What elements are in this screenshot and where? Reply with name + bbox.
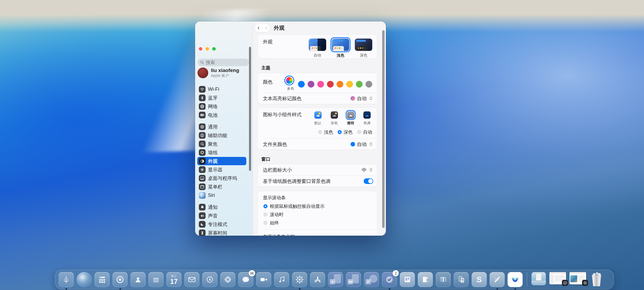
sidebar-item-desktop-dock[interactable]: 桌面与程序坞	[197, 174, 246, 182]
sidebar-item-label: 电池	[208, 112, 218, 118]
finder-icon	[59, 272, 74, 287]
radio-light-mode[interactable]: 浅色	[318, 129, 333, 135]
swatch-orange[interactable]	[337, 81, 343, 88]
dock-item-music[interactable]	[274, 272, 289, 287]
sidebar-scrollbar[interactable]	[249, 47, 251, 171]
dock-item-trello[interactable]	[400, 272, 415, 287]
dock-item-siri[interactable]	[77, 272, 92, 287]
search-input[interactable]: 搜索	[198, 59, 249, 66]
highlight-selector[interactable]: 自动	[351, 95, 373, 102]
dock-item-photos[interactable]	[220, 272, 235, 287]
sidebar-item-notifications[interactable]: 通知	[197, 203, 246, 211]
moon-icon	[199, 221, 206, 228]
dock-item-facetime[interactable]	[256, 272, 271, 287]
sidebar-item-displays[interactable]: 显示器	[197, 165, 246, 174]
dock-item-finder[interactable]	[59, 272, 74, 287]
sidebar-size-selector[interactable]: 中	[362, 167, 373, 173]
pen-app-icon	[490, 272, 505, 287]
swatch-yellow[interactable]	[346, 81, 353, 88]
dock-item-launchpad[interactable]	[95, 272, 110, 287]
dock-item-craft-app[interactable]	[508, 272, 523, 287]
dock-item-chrome[interactable]	[113, 272, 128, 287]
dock-item-notes[interactable]	[148, 272, 163, 287]
swatch-green[interactable]	[356, 81, 363, 88]
radio-dark-mode[interactable]: 深色	[338, 129, 353, 135]
page-title: 外观	[274, 24, 285, 32]
sidebar-item-wallpaper[interactable]: 墙纸	[197, 148, 246, 157]
dock-item-text-app[interactable]: T	[436, 272, 451, 287]
sidebar-item-wifi[interactable]: Wi-Fi	[197, 85, 246, 93]
running-indicator	[497, 288, 498, 289]
sidebar-item-spotlight[interactable]: 聚焦	[197, 140, 246, 148]
dock-item-window-preview-reminders[interactable]	[549, 272, 567, 287]
excel-letter: X	[330, 279, 335, 284]
appearance-option-light[interactable]: 浅色	[332, 39, 349, 58]
swatch-red[interactable]	[327, 81, 334, 88]
dock-item-excel[interactable]: X	[328, 272, 343, 287]
swatch-purple[interactable]	[308, 81, 314, 88]
swatch-pink[interactable]	[317, 81, 324, 88]
back-button[interactable]: ‹	[258, 25, 259, 31]
sidebar-item-battery[interactable]: 电池	[197, 111, 246, 119]
icon-style-default[interactable]: ☁ 默认	[312, 111, 323, 126]
sidebar-item-screentime[interactable]: 屏幕时间	[197, 229, 246, 236]
close-button[interactable]	[199, 47, 202, 51]
dock-item-window-preview-settings[interactable]	[569, 272, 587, 287]
dock-item-maps[interactable]	[202, 272, 217, 287]
radio-circle	[318, 130, 322, 134]
dock-item-design-app[interactable]	[418, 272, 433, 287]
desktop-dock-icon	[199, 175, 206, 182]
sidebar-item-sound[interactable]: 声音	[197, 212, 246, 220]
sidebar-item-label: 通知	[208, 204, 218, 210]
sidebar-item-general[interactable]: 通用	[197, 123, 246, 131]
zoom-button[interactable]	[212, 47, 216, 51]
sidebar-item-siri[interactable]: Siri	[197, 191, 246, 199]
sidebar-item-focus[interactable]: 专注模式	[197, 220, 246, 228]
wallpaper-tint-toggle[interactable]	[364, 178, 373, 184]
highlight-value: 自动	[357, 95, 367, 102]
powerpoint-icon: P	[364, 272, 379, 287]
main-scrollbar[interactable]	[382, 30, 385, 228]
dock-item-powerpoint[interactable]: P	[364, 272, 379, 287]
forward-button[interactable]: ›	[265, 25, 267, 31]
minimize-button[interactable]	[206, 47, 209, 51]
theme-card: 颜色 多色	[258, 73, 377, 104]
swatch-multicolor[interactable]: 多色	[286, 77, 295, 91]
search-placeholder: 搜索	[206, 59, 215, 66]
icon-style-clear[interactable]: ☁ 透明	[345, 111, 356, 126]
dock-item-contacts[interactable]	[131, 272, 146, 287]
dock-item-word[interactable]: W	[346, 272, 361, 287]
account-row[interactable]: liu xiaofeng Apple 账户	[198, 67, 249, 78]
settings-main-pane: ‹ › 外观 外观 自动	[253, 21, 386, 236]
sidebar-item-appearance[interactable]: 外观	[197, 157, 246, 165]
sidebar-item-network[interactable]: 网络	[197, 102, 246, 111]
dock-item-trash[interactable]	[590, 272, 605, 287]
sidebar-item-accessibility[interactable]: 辅助功能	[197, 131, 246, 140]
radio-show-always[interactable]: 始终	[263, 220, 372, 226]
dock-item-calendar[interactable]: 周三17	[166, 272, 181, 287]
appearance-option-dark[interactable]: 深色	[355, 39, 372, 58]
dock-item-reminders[interactable]: 2	[382, 272, 397, 287]
dock-item-s-app[interactable]: S	[472, 272, 487, 287]
sidebar-item-menubar[interactable]: 菜单栏	[197, 183, 246, 191]
dock-item-mail[interactable]	[184, 272, 199, 287]
folder-color-selector[interactable]: 自动	[351, 141, 373, 148]
icon-style-dark[interactable]: ☁ 深色	[329, 111, 340, 126]
radio-auto-mode[interactable]: 自动	[357, 129, 372, 135]
dock-item-iphone-mirroring[interactable]	[454, 272, 469, 287]
folder-color-label: 文件夹颜色	[263, 141, 287, 148]
dock-item-system-settings[interactable]	[292, 272, 307, 287]
pane-header: ‹ › 外观	[253, 21, 386, 34]
dock-item-messages[interactable]: 36	[238, 272, 253, 287]
dock-item-app-store[interactable]	[310, 272, 325, 287]
dock-item-pen-app[interactable]	[490, 272, 505, 287]
radio-show-when-scrolling[interactable]: 滚动时	[263, 212, 372, 218]
appearance-option-auto[interactable]: 自动	[309, 39, 326, 58]
icon-style-tinted[interactable]: ☁ 色调	[362, 111, 372, 126]
swatch-blue[interactable]	[298, 81, 305, 88]
calendar-day: 17	[170, 278, 178, 285]
radio-show-auto[interactable]: 根据鼠标或触控板自动显示	[263, 203, 372, 209]
dock-item-downloads-stack[interactable]	[531, 272, 546, 287]
sidebar-item-bluetooth[interactable]: 蓝牙	[197, 94, 246, 102]
swatch-gray[interactable]	[366, 81, 372, 88]
